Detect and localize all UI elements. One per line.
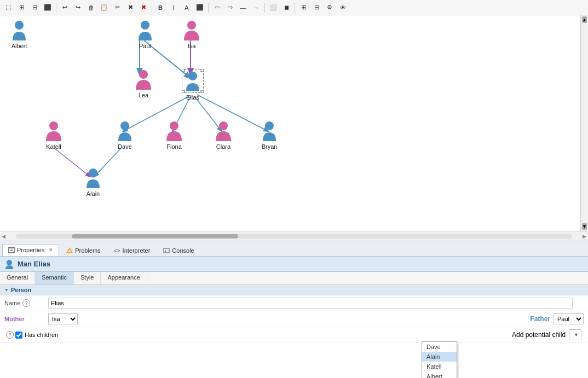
toolbar-btn-10[interactable]: ✖ (124, 2, 136, 14)
dropdown-item-albert[interactable]: Albert (422, 371, 457, 378)
svg-rect-17 (201, 90, 204, 93)
name-value (48, 298, 584, 309)
prop-tab-appearance[interactable]: Appearance (101, 272, 147, 284)
svg-point-23 (265, 121, 274, 130)
node-isa[interactable]: Isa (175, 20, 208, 49)
toolbar-btn-3[interactable]: ⊟ (28, 2, 41, 14)
dropdown-item-katell[interactable]: Katell (422, 362, 457, 371)
toolbar-sep-4 (264, 3, 265, 13)
svg-point-33 (7, 260, 12, 265)
toolbar-btn-bold[interactable]: B (154, 2, 166, 14)
paul-icon (135, 20, 155, 42)
toolbar-btn-view[interactable]: 👁 (337, 2, 349, 14)
albert-label: Albert (11, 43, 27, 49)
interpreter-icon: <> (114, 247, 120, 254)
node-alain[interactable]: Alain (77, 167, 109, 197)
toolbar-btn-grid[interactable]: ⊞ (297, 2, 309, 14)
svg-point-22 (219, 121, 228, 130)
father-select[interactable]: Paul Albert Dave (554, 313, 584, 324)
toolbar-btn-6[interactable]: ↪ (72, 2, 84, 14)
svg-point-20 (120, 121, 129, 130)
node-paul[interactable]: Paul (129, 20, 162, 49)
children-help-icon[interactable]: ? (6, 331, 14, 339)
section-arrow: ▼ (4, 288, 9, 293)
node-elias[interactable]: Elias (176, 69, 209, 101)
toolbar-btn-group[interactable]: ⊟ (310, 2, 322, 14)
tab-console[interactable]: Console (157, 245, 200, 256)
has-children-label[interactable]: Has children (15, 332, 58, 339)
toolbar-btn-font[interactable]: A (181, 2, 193, 14)
node-clara[interactable]: Clara (207, 120, 240, 150)
add-potential-dropdown[interactable]: Dave Alain Katell Albert (422, 341, 457, 378)
dropdown-item-dave[interactable]: Dave (422, 342, 457, 352)
tab-interpreter[interactable]: <> Interpreter (108, 245, 157, 256)
toolbar-btn-settings[interactable]: ⚙ (324, 2, 336, 14)
dropdown-item-alain[interactable]: Alain (422, 352, 457, 362)
tab-problems-label: Problems (75, 247, 100, 254)
svg-point-10 (141, 21, 149, 30)
bryan-label: Bryan (262, 143, 278, 150)
toolbar-btn-line[interactable]: — (237, 2, 249, 14)
toolbar-btn-4[interactable]: ⬛ (42, 2, 54, 14)
node-bryan[interactable]: Bryan (253, 120, 286, 150)
has-children-checkbox[interactable] (15, 332, 22, 339)
toolbar-btn-label[interactable]: ⬛ (194, 2, 206, 14)
alain-label: Alain (87, 190, 100, 197)
clara-icon (214, 120, 233, 142)
toolbar-btn-fill[interactable]: ◼ (280, 2, 292, 14)
toolbar-sep-3 (208, 3, 209, 13)
node-albert[interactable]: Albert (3, 20, 36, 49)
name-help-icon[interactable]: ? (22, 299, 30, 307)
father-field: Father Paul Albert Dave (518, 313, 584, 324)
node-katell[interactable]: Katell (37, 120, 70, 150)
prop-tab-style[interactable]: Style (74, 272, 101, 284)
mother-select[interactable]: Isa Lea Katell (48, 313, 78, 324)
add-potential-field: Add potential child ▼ (512, 329, 581, 340)
add-potential-button[interactable]: ▼ (569, 329, 581, 340)
section-label: Person (11, 287, 31, 293)
toolbar-btn-box[interactable]: ⬜ (267, 2, 279, 14)
entity-title-text: Man Elias (18, 260, 50, 268)
toolbar-btn-italic[interactable]: I (168, 2, 180, 14)
toolbar-btn-1[interactable]: ⬚ (2, 2, 14, 14)
svg-point-9 (15, 21, 24, 30)
toolbar-sep-5 (295, 3, 295, 13)
dave-label: Dave (118, 143, 132, 150)
node-fiona[interactable]: Fiona (158, 120, 191, 150)
graph-area[interactable]: Albert Paul Isa Lea (0, 15, 588, 231)
dave-icon (115, 120, 135, 142)
svg-point-12 (139, 70, 148, 79)
add-potential-label: Add potential child (512, 331, 566, 339)
toolbar-btn-11[interactable]: ✖ (137, 2, 149, 14)
fiona-label: Fiona (166, 143, 182, 150)
svg-rect-25 (9, 247, 14, 253)
hscroll-track[interactable] (16, 234, 572, 239)
toolbar-btn-arrow1[interactable]: ⇦ (211, 2, 223, 14)
name-input[interactable] (48, 298, 573, 309)
toolbar-btn-7[interactable]: 🗑 (85, 2, 97, 14)
bryan-icon (260, 120, 279, 142)
tab-problems[interactable]: ! Problems (60, 245, 106, 256)
toolbar-btn-arrow3[interactable]: → (250, 2, 262, 14)
prop-tab-semantic[interactable]: Semantic (35, 272, 74, 284)
toolbar-btn-2[interactable]: ⊞ (15, 2, 27, 14)
toolbar-btn-9[interactable]: ✂ (111, 2, 123, 14)
hscroll-thumb[interactable] (72, 234, 239, 239)
children-help: ? (4, 331, 15, 339)
toolbar-btn-8[interactable]: 📋 (98, 2, 110, 14)
svg-point-21 (170, 121, 178, 130)
node-dave[interactable]: Dave (108, 120, 141, 150)
hscrollbar[interactable]: ◀ ▶ (0, 231, 588, 241)
toolbar-btn-5[interactable]: ↩ (59, 2, 71, 14)
toolbar-sep-2 (152, 3, 152, 13)
problems-icon: ! (66, 247, 73, 254)
children-row: ? Has children Add potential child ▼ (0, 327, 588, 343)
entity-man-icon (4, 259, 14, 269)
tab-properties[interactable]: Properties ✕ (2, 244, 59, 256)
name-row: Name ? (0, 295, 588, 311)
prop-tab-general[interactable]: General (0, 272, 35, 284)
node-lea[interactable]: Lea (127, 69, 160, 98)
vscrollbar[interactable]: ▲ ▼ (580, 15, 588, 231)
toolbar-btn-arrow2[interactable]: ⇨ (224, 2, 236, 14)
tab-properties-close[interactable]: ✕ (49, 247, 53, 253)
